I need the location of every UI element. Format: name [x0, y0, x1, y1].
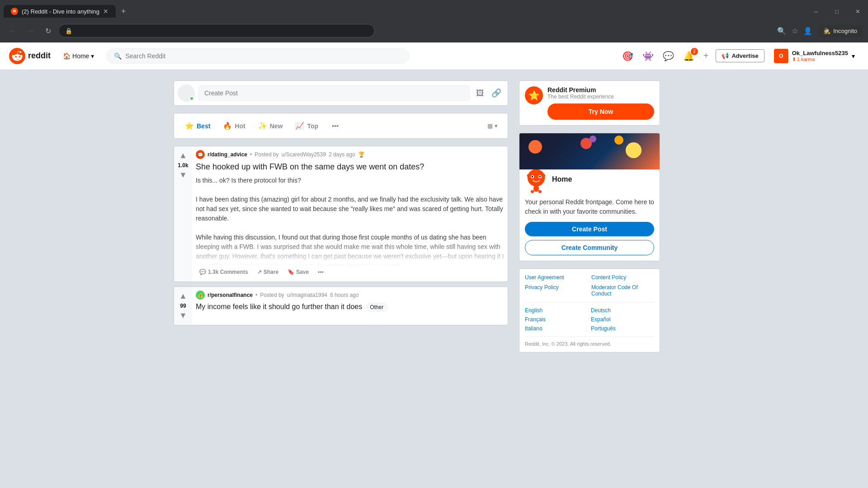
sort-hot-button[interactable]: 🔥 Hot [217, 118, 250, 134]
share-label: Share [264, 269, 278, 275]
sort-top-button[interactable]: 📈 Top [290, 118, 324, 134]
reddit-page: reddit 🏠 Home ▾ 🔍 🎯 👾 💬 🔔 2 + 📢 Advertis… [0, 42, 868, 488]
minimize-button[interactable]: ─ [806, 4, 826, 19]
header-icons: 🎯 👾 💬 🔔 2 + 📢 Advertise O Ok_Lawfulness5… [620, 47, 859, 66]
downvote-button[interactable]: ▼ [178, 169, 188, 181]
sidebar-create-community-button[interactable]: Create Community [525, 240, 654, 255]
sort-more-button[interactable]: ••• [326, 119, 344, 133]
home-card-mascot: Home [525, 166, 654, 193]
search-input[interactable] [125, 52, 401, 60]
advertise-button[interactable]: 📢 Advertise [716, 49, 764, 62]
add-button[interactable]: + [702, 49, 711, 63]
link-button[interactable]: 🔗 [489, 85, 504, 101]
post-card-2[interactable]: ▲ 99 ▼ 💰 r/personalfinance • Posted by u… [174, 286, 508, 325]
search-icon: 🔍 [114, 52, 122, 60]
create-post-input[interactable] [198, 85, 470, 101]
share-button[interactable]: ↗ Share [254, 266, 282, 278]
post-author-2[interactable]: u/Imaginata1994 [287, 292, 327, 298]
save-button[interactable]: 🔖 Save [284, 266, 312, 278]
vote-count: 1.0k [178, 162, 188, 169]
svg-point-4 [532, 176, 533, 178]
premium-try-button[interactable]: Try Now [547, 103, 654, 120]
more-options-button[interactable]: ••• [314, 266, 327, 278]
user-menu[interactable]: O Ok_Lawfulness5235 ⬆ 1 karma ▾ [770, 47, 859, 66]
lang-espanol-link[interactable]: Español [591, 316, 654, 323]
lang-italiano-link[interactable]: Italiano [525, 325, 588, 332]
incognito-icon: 🕵 [823, 28, 830, 34]
incognito-button[interactable]: 🕵 Incognito [818, 25, 863, 37]
window-controls: ─ □ ✕ [806, 4, 868, 19]
forward-button[interactable]: → [24, 25, 38, 37]
home-card-banner [519, 133, 660, 169]
sort-best-button[interactable]: ⭐ Best [179, 118, 216, 134]
view-toggle-button[interactable]: ▦ ▾ [483, 119, 502, 133]
reload-button[interactable]: ↻ [42, 25, 55, 37]
svg-point-6 [527, 174, 532, 177]
premium-text: Reddit Premium The best Reddit experienc… [547, 86, 654, 100]
address-bar[interactable]: 🔒 reddit.com [58, 24, 375, 38]
sort-new-label: New [270, 122, 283, 130]
search-bar[interactable]: 🔍 [106, 48, 409, 64]
upvote-button[interactable]: ▲ [178, 150, 188, 161]
vote-count-2: 99 [180, 303, 186, 309]
profile-icon[interactable]: 👤 [803, 27, 812, 35]
notification-badge: 2 [691, 48, 698, 55]
vote-column-2: ▲ 99 ▼ [174, 287, 192, 325]
lang-portugues-link[interactable]: Português [591, 325, 654, 332]
reddit-logo-text: reddit [28, 51, 51, 61]
home-card-body: Home Your personal Reddit frontpage. Com… [519, 169, 660, 261]
post-time: 2 days ago [329, 151, 355, 158]
notifications-button[interactable]: 🔔 2 [681, 49, 696, 63]
privacy-policy-link[interactable]: Privacy Policy [525, 284, 588, 297]
new-icon: ✨ [258, 122, 267, 130]
extension-icon[interactable]: 🔍 [777, 27, 786, 35]
close-tab-button[interactable]: ✕ [103, 8, 108, 15]
sidebar-create-post-button[interactable]: Create Post [525, 222, 654, 236]
home-nav[interactable]: 🏠 Home ▾ [58, 49, 99, 63]
comments-count: 1.3k Comments [208, 269, 248, 275]
svg-rect-10 [538, 190, 542, 193]
bookmark-icon[interactable]: ☆ [792, 27, 798, 35]
svg-rect-8 [533, 185, 539, 192]
user-details: Ok_Lawfulness5235 ⬆ 1 karma [792, 50, 848, 62]
chat-icon-button[interactable]: 💬 [661, 49, 676, 63]
sort-top-label: Top [307, 122, 318, 130]
downvote-button-2[interactable]: ▼ [178, 310, 188, 321]
image-upload-button[interactable]: 🖼 [473, 85, 487, 101]
share-icon: ↗ [257, 269, 262, 275]
content-policy-link[interactable]: Content Policy [591, 274, 654, 281]
lang-francais-link[interactable]: Français [525, 316, 588, 323]
language-grid: English Deutsch Français Español Italian… [525, 307, 654, 332]
award-emoji: 🏆 [358, 151, 365, 158]
sort-new-button[interactable]: ✨ New [253, 118, 288, 134]
awards-icon-button[interactable]: 🎯 [620, 49, 635, 63]
karma-count: ⬆ 1 karma [792, 56, 848, 62]
close-window-button[interactable]: ✕ [847, 4, 868, 19]
comments-button[interactable]: 💬 1.3k Comments [196, 266, 252, 278]
upvote-button-2[interactable]: ▲ [178, 291, 188, 302]
post-author[interactable]: u/ScaredWay2539 [282, 151, 326, 158]
more-icon: ••• [332, 122, 339, 130]
home-icon: 🏠 [63, 52, 71, 60]
active-tab[interactable]: R (2) Reddit - Dive into anything ✕ [4, 5, 116, 18]
subreddit-name-2[interactable]: r/personalfinance [208, 292, 253, 298]
maximize-button[interactable]: □ [826, 4, 847, 19]
footer-links-grid: User Agreement Content Policy Privacy Po… [525, 274, 654, 297]
subreddit-name[interactable]: r/dating_advice [208, 151, 247, 158]
post-card[interactable]: ▲ 1.0k ▼ 💬 r/dating_advice • Posted by u… [174, 146, 508, 282]
back-button[interactable]: ← [5, 25, 20, 37]
posted-by-label: Posted by [255, 151, 278, 158]
new-tab-button[interactable]: + [118, 5, 130, 18]
premium-subtitle: The best Reddit experience [547, 94, 654, 100]
alien-icon-button[interactable]: 👾 [641, 49, 656, 63]
url-input[interactable]: reddit.com [76, 27, 368, 34]
post-main-2: 💰 r/personalfinance • Posted by u/Imagin… [192, 287, 508, 325]
mod-code-link[interactable]: Moderator Code Of Conduct [591, 284, 654, 297]
browser-window: R (2) Reddit - Dive into anything ✕ + ─ … [0, 0, 868, 42]
lang-deutsch-link[interactable]: Deutsch [591, 307, 654, 314]
user-menu-chevron-icon: ▾ [852, 52, 855, 60]
user-agreement-link[interactable]: User Agreement [525, 274, 588, 281]
create-post-box: 🖼 🔗 [174, 80, 508, 106]
reddit-logo[interactable]: reddit [9, 48, 51, 64]
lang-english-link[interactable]: English [525, 307, 588, 314]
